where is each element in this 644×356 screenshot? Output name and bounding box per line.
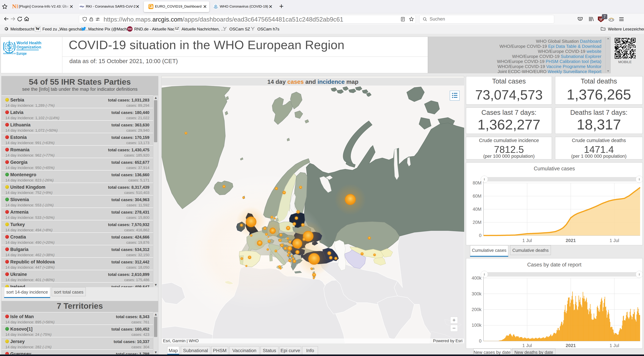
svg-text:80M: 80M: [472, 180, 482, 185]
svg-text:Organization: Organization: [16, 45, 41, 49]
svg-text:2021: 2021: [566, 238, 576, 243]
svg-text:‖: ‖: [484, 178, 485, 181]
svg-text:‖: ‖: [484, 273, 485, 276]
svg-text:1 Jul: 1 Jul: [522, 343, 532, 348]
svg-text:100k: 100k: [472, 323, 482, 328]
svg-text:200k: 200k: [472, 307, 482, 312]
svg-text:‖: ‖: [638, 178, 640, 181]
svg-text:REGIONAL OFFICE FOR: REGIONAL OFFICE FOR: [3, 52, 16, 54]
svg-text:1 Jul: 1 Jul: [610, 238, 619, 243]
svg-text:2021: 2021: [566, 343, 576, 348]
svg-text:‖: ‖: [638, 273, 640, 276]
svg-text:1 Jul: 1 Jul: [610, 343, 619, 348]
svg-text:World Health: World Health: [16, 40, 42, 45]
svg-text:0: 0: [479, 233, 482, 238]
svg-text:60M: 60M: [472, 194, 482, 199]
svg-text:20M: 20M: [472, 220, 482, 225]
svg-text:400k: 400k: [472, 276, 482, 281]
svg-text:300k: 300k: [472, 291, 482, 296]
svg-text:Europe: Europe: [16, 51, 26, 56]
svg-text:0: 0: [479, 339, 482, 344]
svg-text:40M: 40M: [472, 207, 482, 212]
svg-text:1 Jul: 1 Jul: [522, 238, 532, 243]
